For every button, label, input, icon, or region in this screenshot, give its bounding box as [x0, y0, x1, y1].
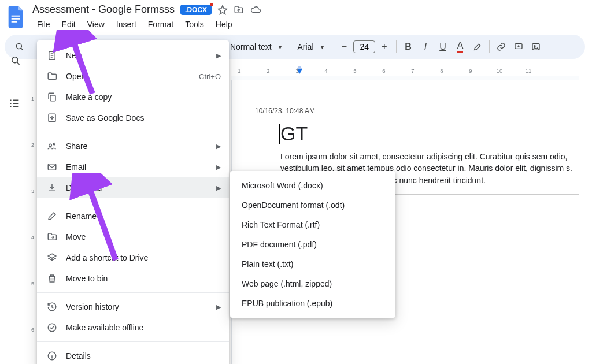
- menu-view[interactable]: View: [83, 18, 109, 31]
- menu-item-share[interactable]: Share▶: [37, 136, 229, 157]
- download-option-3[interactable]: PDF document (.pdf): [230, 235, 395, 254]
- font-family-label: Arial: [297, 42, 313, 51]
- menu-separator: [37, 292, 229, 293]
- docs-logo[interactable]: [6, 3, 27, 31]
- italic-button[interactable]: I: [417, 39, 434, 55]
- download-submenu: Microsoft Word (.docx)OpenDocument forma…: [230, 171, 395, 318]
- svg-point-6: [534, 46, 535, 47]
- folder-icon: [46, 70, 58, 82]
- menu-item-rename[interactable]: Rename: [37, 206, 229, 226]
- download-option-2[interactable]: Rich Text Format (.rtf): [230, 215, 395, 235]
- menu-item-move[interactable]: Move: [37, 226, 229, 247]
- menu-separator: [37, 132, 229, 132]
- download-option-4[interactable]: Plain text (.txt): [230, 254, 395, 274]
- download-option-6[interactable]: EPUB publication (.epub): [230, 294, 395, 313]
- menu-item-label: Make a copy: [66, 92, 112, 102]
- menu-item-add-a-shortcut-to-drive[interactable]: Add a shortcut to Drive: [37, 247, 229, 268]
- download-option-1[interactable]: OpenDocument format (.odt): [230, 195, 395, 215]
- ruler-tick: 10: [497, 68, 503, 74]
- bold-button[interactable]: B: [400, 39, 416, 55]
- font-size-decrease[interactable]: −: [336, 39, 352, 55]
- menu-item-label: Rename: [66, 211, 97, 221]
- svg-rect-2: [12, 21, 17, 23]
- svg-rect-1: [12, 18, 20, 20]
- menu-file[interactable]: File: [32, 18, 55, 31]
- ruler-tick: 9: [469, 68, 472, 74]
- insert-comment-button[interactable]: [510, 39, 527, 55]
- menu-item-make-a-copy[interactable]: Make a copy: [37, 87, 229, 107]
- menu-insert[interactable]: Insert: [112, 18, 141, 31]
- chevron-right-icon: ▶: [216, 303, 221, 311]
- underline-button[interactable]: U: [435, 39, 451, 55]
- toolbar-separator: [332, 40, 332, 53]
- ruler-tick: 4: [324, 68, 327, 74]
- menu-shortcut: Ctrl+O: [199, 72, 221, 81]
- header-timestamp: 10/16/23, 10:48 AM: [255, 107, 315, 115]
- ruler-tick: 3: [28, 188, 38, 194]
- toolbar-separator: [489, 40, 490, 53]
- menu-item-version-history[interactable]: Version history▶: [37, 296, 229, 317]
- menu-tools[interactable]: Tools: [180, 18, 209, 31]
- ruler-tick: 2: [267, 68, 269, 74]
- chevron-right-icon: ▶: [216, 52, 221, 60]
- cloud-status-icon[interactable]: [250, 5, 261, 15]
- ruler-tick: 1: [28, 96, 38, 102]
- doc-heading[interactable]: GT: [280, 122, 579, 145]
- outline-toggle-button[interactable]: [8, 97, 21, 110]
- menu-item-email[interactable]: Email▶: [37, 157, 229, 177]
- copy-icon: [46, 91, 58, 103]
- chevron-right-icon: ▶: [216, 143, 221, 150]
- menu-edit[interactable]: Edit: [57, 18, 80, 31]
- font-size-increase[interactable]: +: [376, 39, 393, 55]
- offline-icon: [46, 322, 58, 333]
- font-family-select[interactable]: Arial▼: [294, 42, 328, 51]
- chevron-right-icon: ▶: [216, 164, 221, 171]
- svg-point-14: [48, 324, 56, 332]
- share-icon: [46, 140, 58, 152]
- chevron-right-icon: ▶: [216, 184, 221, 192]
- doc-title[interactable]: Assessment - Google Formsss: [32, 3, 175, 16]
- menu-item-details[interactable]: Details: [37, 346, 229, 364]
- download-option-0[interactable]: Microsoft Word (.docx): [230, 176, 395, 195]
- menu-item-download[interactable]: Download▶: [37, 177, 229, 198]
- menu-item-label: Add a shortcut to Drive: [66, 253, 148, 262]
- menu-help[interactable]: Help: [211, 18, 237, 31]
- ruler-tick: 3: [295, 68, 298, 74]
- menu-item-label: Version history: [66, 302, 119, 311]
- ruler-tick: 11: [526, 68, 532, 74]
- font-size-input[interactable]: 24: [353, 40, 375, 53]
- insert-link-button[interactable]: [493, 39, 509, 55]
- menu-item-new[interactable]: New▶: [37, 45, 229, 66]
- menu-item-move-to-bin[interactable]: Move to bin: [37, 268, 229, 289]
- menu-format[interactable]: Format: [143, 18, 178, 31]
- svg-point-3: [16, 43, 21, 49]
- paragraph-style-label: Normal text: [230, 42, 272, 51]
- paragraph-style-select[interactable]: Normal text▼: [227, 42, 286, 51]
- svg-point-7: [12, 57, 18, 63]
- find-replace-button[interactable]: [6, 51, 25, 70]
- menu-item-make-available-offline[interactable]: Make available offline: [37, 317, 229, 338]
- menu-item-save-as-google-docs[interactable]: Save as Google Docs: [37, 107, 229, 128]
- move-icon: [46, 231, 58, 243]
- menu-item-label: Open: [66, 72, 86, 81]
- shortcut-icon: [46, 252, 58, 263]
- doc-icon: [46, 50, 58, 61]
- toolbar-separator: [290, 40, 290, 53]
- insert-image-button[interactable]: [528, 39, 544, 55]
- menu-item-open[interactable]: OpenCtrl+O: [37, 66, 229, 87]
- star-icon[interactable]: [217, 5, 228, 15]
- download-option-5[interactable]: Web page (.html, zipped): [230, 274, 395, 294]
- text-color-button[interactable]: A: [452, 39, 468, 55]
- ruler-tick: 8: [440, 68, 443, 74]
- menu-item-label: Email: [66, 162, 86, 172]
- chevron-down-icon: ▼: [320, 44, 325, 50]
- menu-item-label: New: [66, 51, 82, 60]
- save-icon: [46, 112, 58, 124]
- move-folder-icon[interactable]: [234, 5, 244, 15]
- svg-point-11: [49, 144, 52, 147]
- menu-item-label: Move: [66, 232, 86, 242]
- menu-item-label: Save as Google Docs: [66, 113, 144, 122]
- menu-item-label: Details: [66, 351, 91, 361]
- info-icon: [46, 350, 58, 362]
- highlight-button[interactable]: [469, 39, 486, 55]
